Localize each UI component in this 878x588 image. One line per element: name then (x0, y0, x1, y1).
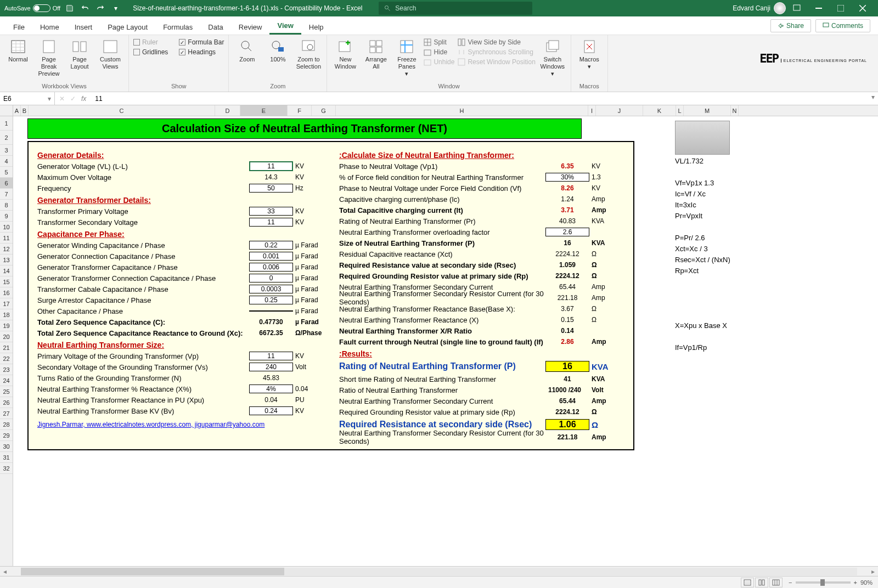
tab-data[interactable]: Data (200, 20, 230, 35)
new-window-button[interactable]: New Window (331, 37, 359, 70)
cell-e6[interactable]: 11 (249, 161, 293, 171)
row-header-21[interactable]: 21 (0, 342, 13, 353)
comments-button[interactable]: Comments (815, 19, 870, 32)
expand-formula-icon[interactable]: ▾ (868, 92, 878, 105)
column-headers[interactable]: ABCDEFGHIJKLMN (0, 105, 878, 116)
scroll-thumb[interactable] (21, 568, 284, 575)
fx-icon[interactable]: fx (81, 95, 86, 103)
page-layout-button[interactable]: Page Layout (66, 37, 93, 70)
row-headers[interactable]: 1234567891011121314151617181920212223242… (0, 116, 13, 566)
col-header-E[interactable]: E (240, 105, 288, 116)
redo-icon[interactable] (94, 2, 106, 14)
col-header-B[interactable]: B (21, 105, 29, 116)
col-header-F[interactable]: F (288, 105, 312, 116)
tab-review[interactable]: Review (231, 20, 270, 35)
scroll-right-icon[interactable]: ▸ (868, 568, 878, 575)
tab-view[interactable]: View (269, 18, 301, 35)
row-header-25[interactable]: 25 (0, 386, 13, 397)
zoom-slider[interactable] (796, 581, 851, 584)
share-button[interactable]: Share (770, 19, 811, 32)
formula-bar-checkbox[interactable]: ✓Formula Bar (179, 37, 224, 47)
zoom-100-button[interactable]: 100% (264, 37, 291, 63)
close-icon[interactable] (852, 0, 874, 16)
row-header-8[interactable]: 8 (0, 200, 13, 211)
row-header-6[interactable]: 6 (0, 178, 13, 189)
save-icon[interactable] (64, 2, 76, 14)
row-header-2[interactable]: 2 (0, 131, 13, 145)
zoom-level[interactable]: 90% (860, 579, 873, 586)
arrange-all-button[interactable]: Arrange All (362, 37, 390, 70)
hide-button[interactable]: Hide (424, 47, 454, 57)
search-box[interactable]: Search (379, 2, 532, 15)
zoom-in-icon[interactable]: + (854, 579, 857, 586)
row-header-4[interactable]: 4 (0, 156, 13, 167)
row-header-15[interactable]: 15 (0, 276, 13, 287)
headings-checkbox[interactable]: ✓Headings (179, 47, 224, 57)
row-header-23[interactable]: 23 (0, 364, 13, 375)
row-header-27[interactable]: 27 (0, 408, 13, 419)
tab-formulas[interactable]: Formulas (155, 20, 200, 35)
formula-input[interactable] (91, 92, 868, 105)
gridlines-checkbox[interactable]: Gridlines (133, 47, 168, 57)
row-header-5[interactable]: 5 (0, 167, 13, 178)
row-header-10[interactable]: 10 (0, 222, 13, 233)
col-header-A[interactable]: A (13, 105, 21, 116)
row-header-22[interactable]: 22 (0, 353, 13, 364)
col-header-D[interactable]: D (215, 105, 240, 116)
row-header-26[interactable]: 26 (0, 397, 13, 408)
col-header-I[interactable]: I (588, 105, 596, 116)
zoom-out-icon[interactable]: − (789, 579, 792, 586)
qat-dropdown-icon[interactable]: ▾ (110, 2, 122, 14)
tab-insert[interactable]: Insert (67, 20, 100, 35)
row-header-18[interactable]: 18 (0, 309, 13, 320)
row-header-32[interactable]: 32 (0, 463, 13, 474)
row-header-1[interactable]: 1 (0, 116, 13, 131)
tab-help[interactable]: Help (301, 20, 331, 35)
row-header-9[interactable]: 9 (0, 211, 13, 222)
tab-file[interactable]: File (5, 20, 32, 35)
author-link[interactable]: Jignesh.Parmar, www.electricalnotes.word… (37, 421, 328, 428)
row-header-29[interactable]: 29 (0, 430, 13, 441)
maximize-icon[interactable] (830, 0, 852, 16)
normal-view-button[interactable]: Normal (4, 37, 32, 63)
page-layout-view-icon[interactable] (755, 578, 768, 587)
enter-formula-icon[interactable]: ✓ (70, 95, 76, 103)
macros-button[interactable]: Macros ▾ (576, 37, 603, 70)
name-box[interactable]: E6▾ (0, 92, 55, 105)
col-header-L[interactable]: L (676, 105, 684, 116)
select-all-triangle[interactable] (0, 105, 13, 116)
col-header-G[interactable]: G (312, 105, 336, 116)
col-header-C[interactable]: C (29, 105, 215, 116)
page-break-button[interactable]: Page Break Preview (35, 37, 63, 78)
row-header-19[interactable]: 19 (0, 320, 13, 331)
row-header-24[interactable]: 24 (0, 375, 13, 386)
split-button[interactable]: Split (424, 37, 454, 47)
minimize-icon[interactable] (808, 0, 830, 16)
undo-icon[interactable] (79, 2, 91, 14)
custom-views-button[interactable]: Custom Views (97, 37, 124, 70)
switch-windows-button[interactable]: Switch Windows ▾ (539, 37, 566, 78)
zoom-selection-button[interactable]: Zoom to Selection (295, 37, 322, 70)
worksheet[interactable]: Calculation Size of Neutral Earthing Tra… (13, 116, 878, 566)
row-header-20[interactable]: 20 (0, 331, 13, 342)
freeze-panes-button[interactable]: Freeze Panes ▾ (393, 37, 420, 78)
row-header-30[interactable]: 30 (0, 441, 13, 452)
row-header-31[interactable]: 31 (0, 452, 13, 463)
row-header-14[interactable]: 14 (0, 265, 13, 276)
scroll-left-icon[interactable]: ◂ (0, 568, 10, 575)
row-header-13[interactable]: 13 (0, 255, 13, 265)
zoom-button[interactable]: Zoom (233, 37, 261, 63)
autosave-toggle[interactable]: AutoSave Off (4, 4, 60, 12)
user-account[interactable]: Edvard Canji (733, 2, 786, 14)
page-break-view-icon[interactable] (769, 578, 783, 587)
tab-page-layout[interactable]: Page Layout (100, 20, 155, 35)
row-header-12[interactable]: 12 (0, 244, 13, 255)
row-header-11[interactable]: 11 (0, 233, 13, 244)
row-header-28[interactable]: 28 (0, 419, 13, 430)
ribbon-options-icon[interactable] (786, 0, 808, 16)
side-by-side-button[interactable]: View Side by Side (458, 37, 535, 47)
tab-home[interactable]: Home (32, 20, 67, 35)
cancel-formula-icon[interactable]: ✕ (59, 95, 65, 103)
col-header-N[interactable]: N (731, 105, 739, 116)
horizontal-scrollbar[interactable]: ◂ ▸ (0, 566, 878, 576)
